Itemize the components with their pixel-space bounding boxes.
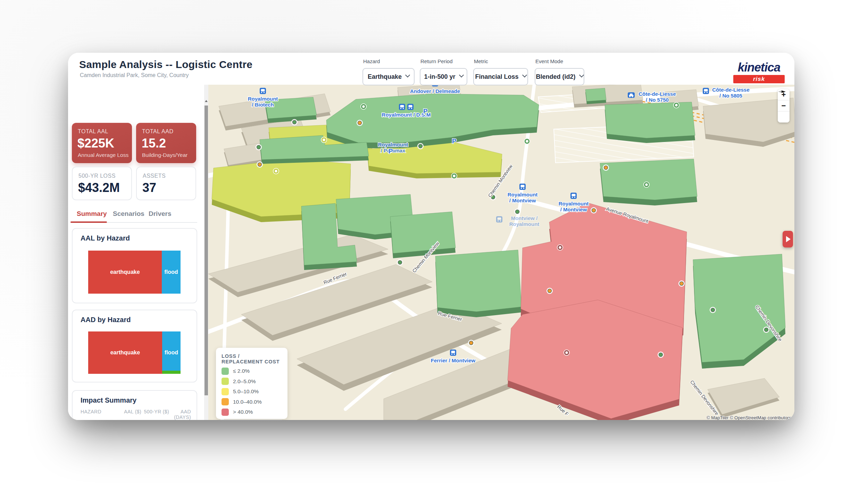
aal-by-hazard-card: AAL by Hazard earthquakeflood [72,228,197,303]
legend-item: 10.0–40.0% [222,398,282,405]
bus-stop-icon [407,104,414,110]
asset-marker[interactable] [357,120,363,126]
bus-stop-icon [703,88,709,94]
asset-marker[interactable] [451,173,457,179]
stat-label: TOTAL AAL [78,128,108,135]
asset-marker[interactable] [291,119,298,125]
legend-swatch [222,398,229,405]
asset-marker[interactable] [273,168,279,174]
kinetica-logo: kinetica risk [733,60,785,83]
impact-table: HAZARDAAL ($)500-YR ($)AAD (DAYS)earthqu… [81,409,191,420]
asset-marker[interactable] [591,207,597,213]
legend-label: 5.0–10.0% [233,388,259,395]
bar-segment-earthquake: earthquake [88,331,162,374]
stat-value: 37 [142,180,156,195]
map-render[interactable]: Chemin MontviewChemin MontviewAvenue Roy… [208,85,794,420]
legend-item: > 40.0% [222,409,282,416]
event-mode-dropdown[interactable]: Blended (id2) [535,68,584,85]
arrow-right-icon [786,236,791,242]
stat-sub: Annual Average Loss [78,152,128,158]
stat-value: 15.2 [142,136,166,151]
stat-sub: Building-Days/Year [142,152,187,158]
table-header: 500-YR ($) [141,409,169,420]
scroll-up-icon[interactable] [205,100,208,102]
asset-marker[interactable] [643,182,650,188]
page-title: Sample Analysis -- Logistic Centre [79,59,252,70]
building-green[interactable] [600,159,697,205]
hazard-value: Earthquake [368,73,402,81]
return-period-dropdown[interactable]: 1-in-500 yr [420,68,467,85]
event-mode-value: Blended (id2) [536,73,575,81]
table-header: HAZARD [81,409,122,420]
asset-marker[interactable] [514,209,520,215]
panel-expand-button[interactable] [783,231,793,247]
svg-text:Montview /Royalmount: Montview /Royalmount [509,215,540,227]
asset-marker[interactable] [658,352,664,358]
page-subtitle: Camden Industrial Park, Some City, Count… [80,72,189,78]
stat-label: TOTAL AAD [142,128,173,135]
tab-summary[interactable]: Summary [77,210,107,218]
asset-marker[interactable] [417,143,424,149]
filter-label: Hazard [363,58,380,64]
bus-stop-icon [570,193,577,199]
asset-marker[interactable] [256,144,262,150]
map-zoom-control: + − [778,89,790,123]
legend-divider [222,420,282,420]
logo-risk-text: risk [753,76,765,83]
legend-swatch [222,368,229,375]
building-green[interactable] [390,212,456,258]
asset-marker[interactable] [321,137,327,143]
app-window: Sample Analysis -- Logistic Centre Camde… [68,53,794,420]
sidebar: TOTAL AAL $225K Annual Average Loss TOTA… [68,85,208,420]
sidebar-scrollbar[interactable] [204,85,208,420]
svg-text:Royalmount/ Montview: Royalmount/ Montview [559,201,589,212]
asset-marker[interactable] [360,103,367,110]
legend-swatch [222,388,229,395]
scrollbar-thumb[interactable] [205,106,208,395]
filter-label: Return Period [420,58,453,64]
svg-text:Royalmount/ Montview: Royalmount/ Montview [508,192,538,203]
parking-mark: P [389,148,393,155]
building-green[interactable] [585,88,606,104]
chart-title: AAD by Hazard [81,316,131,324]
return-period-value: 1-in-500 yr [424,73,455,81]
svg-text:Royalmount/ Paramax: Royalmount/ Paramax [378,142,408,153]
bar-substrip [162,371,181,374]
asset-marker[interactable] [710,307,716,313]
asset-marker[interactable] [673,102,679,108]
hazard-dropdown[interactable]: Earthquake [362,68,415,85]
building-green[interactable] [435,250,521,317]
bus-stop-icon [399,104,405,110]
bus-stop-icon [496,216,502,222]
bus-stop-icon [450,350,456,356]
asset-marker[interactable] [257,161,263,168]
chevron-down-icon [459,73,464,77]
chart-title: AAL by Hazard [81,234,130,242]
asset-marker[interactable] [557,244,563,251]
compass-button[interactable] [778,111,790,123]
asset-marker[interactable] [468,340,474,346]
stat-value: $225K [77,136,114,151]
metric-value: Financial Loss [475,73,518,81]
bar-segment-flood: flood [162,331,181,374]
tab-scenarios[interactable]: Scenarios [113,210,144,218]
tab-drivers[interactable]: Drivers [149,210,172,218]
compass-needle-icon [778,89,786,94]
metric-dropdown[interactable]: Financial Loss [473,68,528,85]
asset-marker[interactable] [546,288,553,294]
map-canvas[interactable]: Chemin MontviewChemin MontviewAvenue Roy… [208,85,794,420]
legend-item: 2.0–5.0% [222,378,282,385]
tab-bar: Summary Scenarios Drivers [68,208,208,224]
asset-marker[interactable] [564,350,570,356]
impact-summary-card: Impact Summary HAZARDAAL ($)500-YR ($)AA… [72,390,197,420]
asset-marker[interactable] [603,165,609,171]
chevron-down-icon [522,73,527,77]
parking-mark: P [452,137,457,145]
table-header: AAL ($) [122,409,141,420]
zoom-out-button[interactable]: − [778,100,790,111]
asset-marker[interactable] [397,259,403,266]
asset-marker[interactable] [524,138,530,144]
building-green[interactable] [605,102,695,143]
filter-label: Metric [474,58,488,64]
asset-marker[interactable] [678,280,685,287]
